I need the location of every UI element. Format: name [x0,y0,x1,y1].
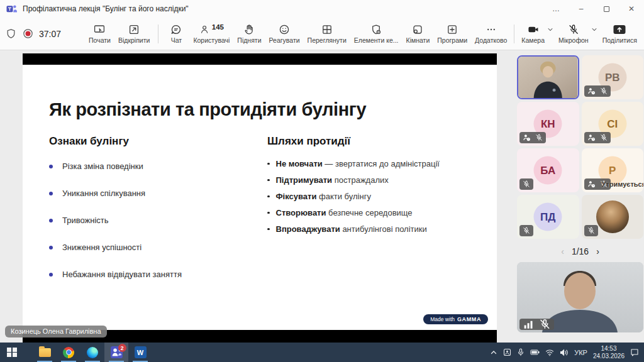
participants-count: 145 [212,23,224,31]
unpin-icon [128,23,140,36]
mic-off-icon [600,87,608,95]
participant-tile[interactable]: ПД [517,195,579,239]
teams-taskbar-button[interactable]: 2 [104,343,128,362]
more-actions-button[interactable]: Додатково [472,22,510,45]
shared-presentation: Як розпізнати та протидіяти булінгу Озна… [23,53,497,343]
avatar: ПД [534,203,562,231]
list-item: Впроваджувати антибулінгові політики [267,224,469,234]
tray-app-icon[interactable] [503,348,511,356]
list-item: Уникання спілкування [49,189,267,198]
windows-taskbar: 2 W УКР [0,343,644,362]
participants-button[interactable]: 145 Користувачі [190,22,233,45]
bullet-icon [49,165,53,168]
page-next-button[interactable]: › [596,246,599,256]
mic-off-icon [567,23,580,36]
control-elements-button[interactable]: Елементи ке... [351,22,402,45]
participant-tile[interactable]: СІ ? [582,102,644,146]
chat-button[interactable]: Чат [164,22,189,45]
participant-grid: РВ ? КН [517,55,643,239]
camera-button[interactable]: Камера [518,22,548,45]
mic-off-icon [523,227,530,234]
start-presenting-button[interactable]: Почати [86,22,114,45]
speaker-video-frame [518,57,578,98]
person-status-icon: ! [523,134,531,141]
clock-date: 24.03.2026 [593,353,625,360]
windows-logo-icon [7,348,17,358]
slide-title: Як розпізнати та протидіяти булінгу [49,99,469,120]
meeting-timer: 37:07 [39,29,61,39]
taskbar-apps: 2 W [0,343,152,362]
slide-column-signs: Ознаки булінгу Різка зміна поведінки Уни… [49,135,267,297]
tray-volume-icon[interactable] [560,349,569,356]
participant-tile-photo[interactable] [582,195,644,239]
breakout-rooms-button[interactable]: Кімнати [403,22,433,45]
word-button[interactable]: W [128,343,152,362]
titlebar: Профілактична лекція "Булінг та його нас… [0,0,644,18]
bullet-icon [267,195,270,198]
status-chip: ? [584,85,611,97]
svg-text:!: ! [528,138,529,141]
action-center-icon[interactable] [630,348,639,356]
shield-gear-icon [370,23,382,36]
tray-expand-icon[interactable] [490,349,497,356]
clock-time: 14:53 [593,345,625,353]
status-chip [584,225,598,236]
slide-left-heading: Ознаки булінгу [49,135,267,148]
participants-sidebar: РВ ? КН [517,55,643,332]
list-item: Підтримувати постраждалих [267,175,469,185]
tray-mic-icon[interactable] [517,348,525,356]
raise-hand-button[interactable]: Підняти [234,22,264,45]
bullet-icon [49,192,53,195]
start-button[interactable] [0,343,24,362]
page-prev-button[interactable]: ‹ [561,246,564,256]
participant-tile[interactable]: Р ? Утримується [582,148,644,192]
share-tray-icon [613,23,626,36]
tray-battery-icon[interactable] [530,349,540,356]
bullet-icon [49,273,53,277]
mic-off-icon [600,134,608,141]
participant-tile[interactable]: КН ! [517,102,579,146]
window-more-button[interactable]: … [543,0,569,18]
share-button[interactable]: Поділитися [599,22,640,45]
toolbar-divider [514,25,514,43]
on-hold-label: Утримується [602,180,644,188]
camera-icon [527,23,540,36]
signal-bars-icon [523,319,535,330]
presenter-name-label: Козинець Олена Гаврилівна [5,326,107,337]
view-button[interactable]: Переглянути [304,22,350,45]
avatar: БА [534,156,562,185]
file-explorer-button[interactable] [33,343,57,362]
self-view-video[interactable] [517,262,643,332]
react-button[interactable]: Реагувати [266,22,303,45]
edge-button[interactable] [80,343,104,362]
microphone-button[interactable]: Мікрофон [555,22,592,45]
list-item: Різка зміна поведінки [49,162,267,171]
meeting-toolbar: 37:07 Почати Відкріп [0,18,644,50]
minimize-button[interactable]: – [569,0,594,18]
list-item: Небажання відвідувати заняття [49,270,267,279]
participant-tile-speaker-video[interactable] [517,55,579,99]
participant-tile[interactable]: РВ ? [582,55,644,99]
recording-indicator-icon [22,28,34,40]
folder-icon [39,348,51,357]
tray-wifi-icon[interactable] [545,349,554,356]
security-shield-icon [5,28,17,40]
close-button[interactable]: ✕ [619,0,644,18]
status-chip: ? [584,132,611,143]
clock[interactable]: 14:53 24.03.2026 [593,345,625,360]
camera-chevron-icon[interactable] [547,26,554,33]
apps-button[interactable]: Програми [434,22,470,45]
system-tray: УКР 14:53 24.03.2026 [490,345,644,360]
list-item: Створювати безпечне середовище [267,208,469,217]
microphone-chevron-icon[interactable] [591,26,598,33]
participant-tile[interactable]: БА [517,148,579,192]
language-indicator[interactable]: УКР [574,349,587,356]
meeting-status-group: 37:07 [5,28,86,40]
status-chip [519,225,533,236]
avatar-photo [596,200,629,233]
unpin-button[interactable]: Відкріпити [115,22,153,45]
restore-button[interactable] [594,0,619,18]
mic-off-icon [535,134,543,141]
chrome-button[interactable] [57,343,80,362]
toolbar-center-group: Почати Відкріпити [86,22,510,45]
